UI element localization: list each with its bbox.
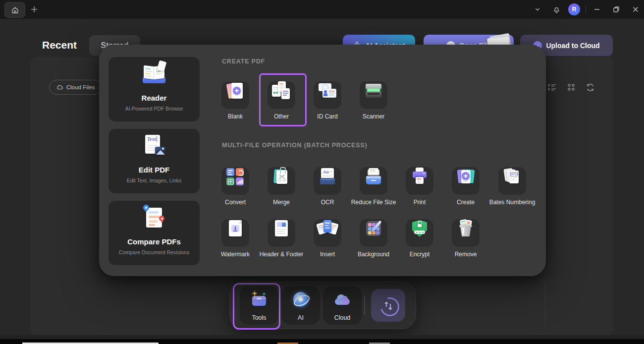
merge-icon [271, 167, 291, 187]
titlebar-divider [586, 5, 586, 13]
title-bar: R [0, 0, 644, 19]
os-taskbar [0, 339, 644, 344]
dock-divider [364, 296, 365, 315]
tab-recent[interactable]: Recent [42, 39, 77, 51]
dock-cloud-button[interactable]: Cloud [323, 286, 362, 325]
refresh-button[interactable] [585, 82, 595, 93]
tool-blank[interactable]: Blank [214, 77, 257, 120]
id-card-icon [318, 81, 337, 101]
tool-remove[interactable]: Remove [442, 215, 489, 258]
compare-pdfs-card[interactable]: Compare PDFs Compare Document Revisions [108, 201, 200, 265]
ai-orb-icon [292, 290, 310, 308]
print-icon [410, 167, 429, 187]
tools-icon [250, 290, 268, 308]
dock-tools-button[interactable]: Tools [240, 286, 278, 325]
list-view-icon [547, 83, 557, 92]
restore-icon [613, 6, 620, 13]
red-pin-icon [159, 216, 164, 221]
tool-other[interactable]: Other [260, 77, 303, 120]
reader-book-icon [139, 63, 169, 89]
remove-trash-icon [456, 219, 476, 239]
background-icon [364, 219, 383, 239]
grid-view-button[interactable] [566, 82, 577, 93]
minimize-icon [593, 6, 600, 13]
batch-heading: MULTI-FILE OPERATION (BATCH PROCESS) [222, 142, 367, 149]
reader-subtitle: AI-Powered PDF Browse [108, 106, 200, 112]
bell-icon [552, 5, 561, 14]
tool-encrypt[interactable]: Encrypt [396, 215, 443, 258]
create-pdf-heading: CREATE PDF [222, 58, 265, 65]
tool-ocr[interactable]: Aa OCR [304, 163, 351, 206]
tool-background[interactable]: Background [350, 215, 397, 258]
dock-sync-button[interactable] [371, 289, 405, 322]
ocr-icon: Aa [318, 167, 337, 187]
close-button[interactable] [630, 4, 641, 15]
compare-document-icon [139, 207, 169, 232]
tool-watermark[interactable]: Watermark [212, 215, 259, 258]
reader-card[interactable]: Reader AI-Powered PDF Browse [108, 57, 200, 121]
tool-id-card[interactable]: ID Card [306, 77, 349, 120]
tool-bates-numbering[interactable]: 000123 Bates Numbering [488, 163, 536, 206]
header-footer-icon [271, 219, 291, 239]
minimize-button[interactable] [591, 4, 602, 15]
cloud-files-label: Cloud Files [66, 84, 95, 90]
dock-ai-button[interactable]: AI [281, 286, 320, 325]
grid-view-icon [567, 83, 576, 92]
close-icon [632, 6, 639, 13]
compare-pdfs-title: Compare PDFs [108, 237, 200, 246]
sync-icon [379, 296, 397, 314]
tool-insert[interactable]: Insert [304, 215, 351, 258]
avatar[interactable]: R [568, 3, 580, 15]
cloud-files-chip[interactable]: Cloud Files [49, 80, 102, 95]
notifications-button[interactable] [551, 4, 562, 15]
encrypt-shield-icon [410, 219, 429, 239]
reader-title: Reader [108, 94, 200, 102]
tool-print[interactable]: Print [396, 163, 443, 206]
convert-icon [225, 167, 245, 187]
window-bottom-edge [0, 335, 644, 339]
edit-document-icon: Text [139, 135, 169, 161]
compare-pdfs-subtitle: Compare Document Revisions [108, 249, 200, 255]
blue-pin-icon [143, 205, 149, 211]
insert-icon [318, 219, 337, 239]
chevron-down-button[interactable] [532, 4, 543, 15]
reduce-file-size-icon [364, 167, 383, 187]
app-window: R Recent Starred AI Assi [0, 0, 644, 344]
list-view-button[interactable] [547, 82, 558, 93]
teal-star-icon [262, 292, 266, 296]
home-tab[interactable] [4, 2, 25, 18]
chevron-down-icon [534, 6, 541, 13]
avatar-initial: R [572, 6, 577, 13]
tool-merge[interactable]: Merge [258, 163, 305, 206]
tool-reduce-file-size[interactable]: Reduce File Size [350, 163, 397, 206]
cloud-icon [56, 84, 63, 90]
tools-popup: Reader AI-Powered PDF Browse Text Edit P… [99, 45, 546, 276]
create-icon [456, 167, 476, 187]
new-tab-button[interactable] [29, 4, 40, 15]
bottom-dock: Tools AI Cloud [229, 282, 416, 329]
tool-create[interactable]: Create [442, 163, 489, 206]
bates-numbering-icon: 000123 [502, 167, 522, 187]
watermark-icon [225, 219, 245, 239]
cloud-storage-icon [333, 290, 351, 308]
edit-pdf-title: Edit PDF [108, 166, 200, 174]
tool-header-footer[interactable]: Header & Footer [258, 215, 305, 258]
upload-to-cloud-label: Upload to Cloud [546, 42, 599, 50]
home-icon [11, 6, 19, 14]
blank-icon [225, 81, 245, 101]
other-documents-icon [271, 81, 291, 101]
tool-convert[interactable]: Convert [212, 163, 259, 206]
restore-button[interactable] [611, 4, 622, 15]
edit-pdf-card[interactable]: Text Edit PDF Edit Text, Images, Links [108, 129, 200, 193]
tool-scanner[interactable]: Scanner [352, 77, 395, 120]
plus-icon [30, 5, 38, 13]
edit-pdf-subtitle: Edit Text, Images, Links [108, 177, 200, 183]
refresh-icon [586, 83, 595, 92]
scanner-icon [364, 81, 383, 101]
